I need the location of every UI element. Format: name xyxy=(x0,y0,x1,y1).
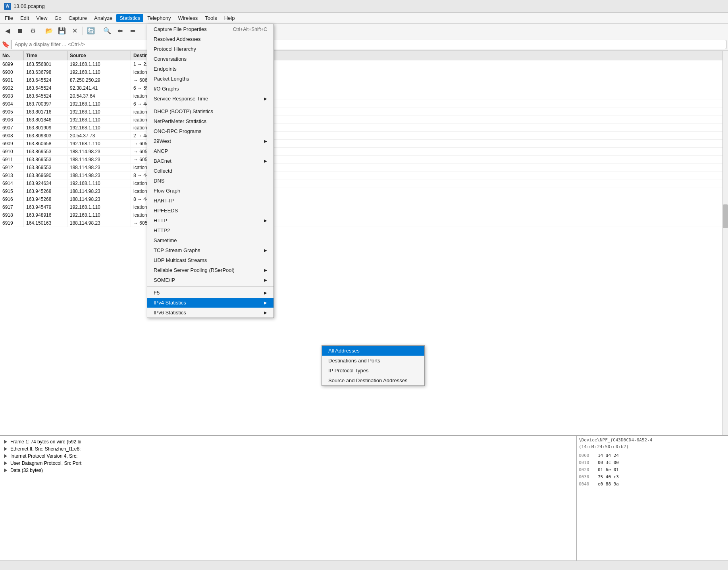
toolbar-btn-reload[interactable]: 🔄 xyxy=(85,25,97,37)
stats-bacnet[interactable]: BACnet ▶ xyxy=(147,156,273,166)
packet-row[interactable]: 6902 163.645524 92.38.241.41 6 → 55921 L… xyxy=(0,84,728,92)
hex-bytes: 75 40 c3 xyxy=(598,474,619,479)
menu-telephony[interactable]: Telephony xyxy=(144,14,174,22)
stats-http2[interactable]: HTTP2 xyxy=(147,225,273,235)
menu-file[interactable]: File xyxy=(2,14,16,22)
stats-dns[interactable]: DNS xyxy=(147,176,273,186)
toolbar-btn-close[interactable]: ✕ xyxy=(69,25,81,37)
detail-ip[interactable]: Internet Protocol Version 4, Src: xyxy=(2,453,574,460)
packet-scrollbar[interactable] xyxy=(722,51,728,435)
stats-netperfmeter[interactable]: NetPerfMeter Statistics xyxy=(147,116,273,126)
packet-row[interactable]: 6909 163.860658 192.168.1.110 → 60588 [A… xyxy=(0,140,728,148)
stats-rserverpool[interactable]: Reliable Server Pooling (RSerPool) ▶ xyxy=(147,265,273,275)
hex-offset: 0030 xyxy=(579,474,593,479)
packet-scrollbar-thumb[interactable] xyxy=(723,204,728,228)
toolbar-btn-open[interactable]: 📂 xyxy=(43,25,55,37)
stats-protocol-hierarchy[interactable]: Protocol Hierarchy xyxy=(147,44,273,54)
packet-cell-no: 6913 xyxy=(0,171,24,179)
packet-row[interactable]: 6906 163.801846 192.168.1.110 ication Da… xyxy=(0,116,728,124)
toolbar-btn-search[interactable]: 🔍 xyxy=(101,25,113,37)
ipv4-destinations-ports[interactable]: Destinations and Ports xyxy=(322,356,424,366)
packet-cell-no: 6919 xyxy=(0,219,24,227)
detail-frame-text: Frame 1: 74 bytes on wire (592 bi xyxy=(10,439,81,445)
stats-endpoints[interactable]: Endpoints xyxy=(147,64,273,74)
menu-wireless[interactable]: Wireless xyxy=(175,14,201,22)
stats-service-response-time[interactable]: Service Response Time ▶ xyxy=(147,94,273,104)
packet-row[interactable]: 6904 163.700397 192.168.1.110 6 → 443 [A… xyxy=(0,100,728,108)
toolbar-btn-stop[interactable]: ⏹ xyxy=(14,25,26,37)
menu-help[interactable]: Help xyxy=(221,14,238,22)
hex-row: 0000 14 d4 24 xyxy=(579,452,726,459)
detail-ethernet[interactable]: Ethernet II, Src: Shenzhen_f1:e8: xyxy=(2,445,574,453)
packet-row[interactable]: 6916 163.945268 188.114.98.23 8 → 443 [A… xyxy=(0,195,728,203)
packet-row[interactable]: 6899 163.556801 192.168.1.110 1 → 21116 … xyxy=(0,60,728,68)
stats-resolved-addresses[interactable]: Resolved Addresses xyxy=(147,34,273,44)
packet-list-header: No. Time Source Destination / Info xyxy=(0,51,728,60)
packet-row[interactable]: 6915 163.945268 188.114.98.23 ication Da… xyxy=(0,187,728,195)
ipv4-all-addresses[interactable]: All Addresses xyxy=(322,346,424,356)
stats-ancp[interactable]: ANCP xyxy=(147,146,273,156)
stats-tcp-stream-graphs[interactable]: TCP Stream Graphs ▶ xyxy=(147,245,273,255)
stats-29west[interactable]: 29West ▶ xyxy=(147,136,273,146)
packet-cell-src: 188.114.98.23 xyxy=(67,164,131,171)
hex-row: 0040 e0 88 9a xyxy=(579,480,726,487)
menu-go[interactable]: Go xyxy=(51,14,64,22)
ipv4-source-dest-addresses[interactable]: Source and Destination Addresses xyxy=(322,376,424,385)
filter-input[interactable] xyxy=(11,40,726,49)
detail-frame[interactable]: Frame 1: 74 bytes on wire (592 bi xyxy=(2,438,574,445)
packet-row[interactable]: 6914 163.924634 192.168.1.110 ication Da… xyxy=(0,179,728,187)
toolbar-btn-start[interactable]: ◀ xyxy=(2,25,13,37)
menu-analyze[interactable]: Analyze xyxy=(91,14,116,22)
packet-cell-time: 163.945479 xyxy=(24,203,67,211)
stats-packet-lengths[interactable]: Packet Lengths xyxy=(147,74,273,84)
toolbar: ◀ ⏹ ⚙ 📂 💾 ✕ 🔄 🔍 ⬅ ➡ xyxy=(0,24,728,38)
packet-row[interactable]: 6911 163.869553 188.114.98.23 → 60588 [A… xyxy=(0,156,728,164)
menu-capture[interactable]: Capture xyxy=(65,14,90,22)
filter-bookmark-icon: 🔖 xyxy=(2,40,10,48)
toolbar-btn-save[interactable]: 💾 xyxy=(56,25,68,37)
hex-subheader: (14:d4:24:50:c0:b2) xyxy=(579,444,726,449)
packet-row[interactable]: 6905 163.801716 192.168.1.110 ication Da… xyxy=(0,108,728,116)
ipv4-submenu[interactable]: All Addresses Destinations and Ports IP … xyxy=(322,345,425,386)
stats-dhcp[interactable]: DHCP (BOOTP) Statistics xyxy=(147,106,273,116)
packet-row[interactable]: 6910 163.869553 188.114.98.23 → 60588 [A… xyxy=(0,148,728,156)
stats-flow-graph[interactable]: Flow Graph xyxy=(147,186,273,196)
stats-hpfeeds[interactable]: HPFEEDS xyxy=(147,206,273,216)
toolbar-btn-back[interactable]: ⬅ xyxy=(114,25,126,37)
statistics-dropdown[interactable]: Capture File Properties Ctrl+Alt+Shift+C… xyxy=(147,24,274,318)
packet-row[interactable]: 6908 163.809303 20.54.37.73 2 → 443 [ACK… xyxy=(0,132,728,140)
packet-row[interactable]: 6907 163.801909 192.168.1.110 ication Da… xyxy=(0,124,728,132)
ipv4-ip-protocol-types[interactable]: IP Protocol Types xyxy=(322,366,424,376)
stats-sametime[interactable]: Sametime xyxy=(147,235,273,245)
packet-row[interactable]: 6919 164.150163 188.114.98.23 → 60588 [A… xyxy=(0,219,728,227)
stats-onc-rpc[interactable]: ONC-RPC Programs xyxy=(147,126,273,136)
detail-data[interactable]: Data (32 bytes) xyxy=(2,467,574,474)
toolbar-btn-restart[interactable]: ⚙ xyxy=(27,25,39,37)
stats-conversations[interactable]: Conversations xyxy=(147,54,273,64)
toolbar-btn-forward[interactable]: ➡ xyxy=(127,25,139,37)
stats-f5-label: F5 xyxy=(154,290,160,296)
packet-row[interactable]: 6913 163.869690 188.114.98.23 8 → 443 [A… xyxy=(0,171,728,179)
stats-http[interactable]: HTTP ▶ xyxy=(147,216,273,225)
stats-capture-file-props[interactable]: Capture File Properties Ctrl+Alt+Shift+C xyxy=(147,24,273,34)
stats-f5[interactable]: F5 ▶ xyxy=(147,288,273,298)
menu-statistics[interactable]: Statistics xyxy=(116,14,143,22)
packet-row[interactable]: 6900 163.636798 192.168.1.110 ication Da… xyxy=(0,68,728,76)
packet-row[interactable]: 6917 163.945479 192.168.1.110 ication Da… xyxy=(0,203,728,211)
detail-udp[interactable]: User Datagram Protocol, Src Port: xyxy=(2,460,574,467)
stats-collectd[interactable]: Collectd xyxy=(147,166,273,176)
packet-row[interactable]: 6918 163.948916 192.168.1.110 ication Da… xyxy=(0,211,728,219)
stats-ipv6[interactable]: IPv6 Statistics ▶ xyxy=(147,308,273,318)
menu-tools[interactable]: Tools xyxy=(202,14,220,22)
stats-io-graphs[interactable]: I/O Graphs xyxy=(147,84,273,94)
packet-cell-src: 192.168.1.110 xyxy=(67,108,131,116)
stats-udp-multicast[interactable]: UDP Multicast Streams xyxy=(147,255,273,265)
menu-edit[interactable]: Edit xyxy=(17,14,32,22)
stats-ipv4[interactable]: IPv4 Statistics ▶ xyxy=(147,298,273,308)
packet-row[interactable]: 6903 163.645524 20.54.37.64 ication Data xyxy=(0,92,728,100)
packet-row[interactable]: 6912 163.869553 188.114.98.23 ication Da… xyxy=(0,164,728,171)
menu-view[interactable]: View xyxy=(33,14,50,22)
stats-someip[interactable]: SOME/IP ▶ xyxy=(147,275,273,285)
packet-row[interactable]: 6901 163.645524 87.250.250.29 → 60612 [A… xyxy=(0,76,728,84)
stats-hart-ip[interactable]: HART-IP xyxy=(147,196,273,206)
